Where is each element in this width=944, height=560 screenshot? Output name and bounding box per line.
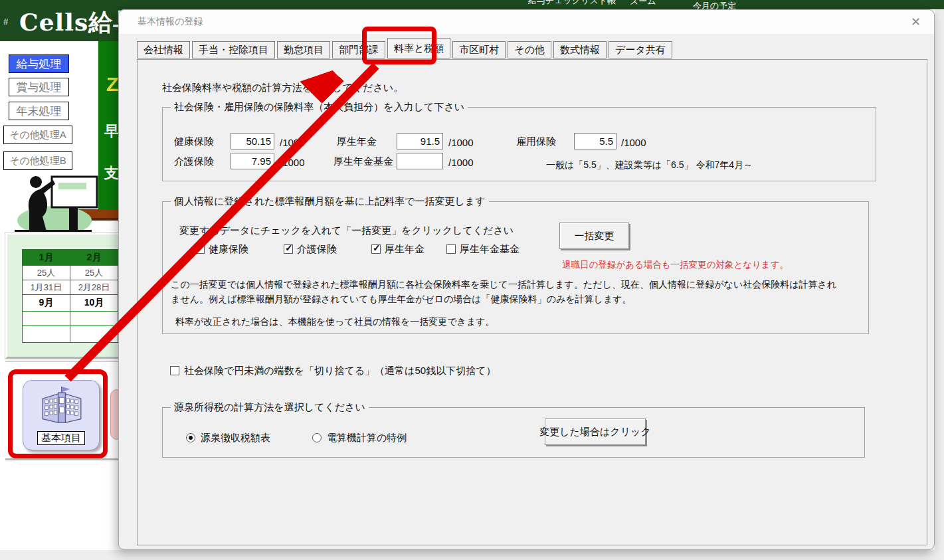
care-insurance-label: 介護保険 (174, 155, 214, 168)
pension-fund-label: 厚生年金基金 (333, 155, 393, 168)
care-insurance-input[interactable]: 7.95 (231, 153, 274, 169)
tab-attendance[interactable]: 勤怠項目 (277, 41, 330, 58)
pension-fund-input[interactable] (397, 153, 443, 169)
bulk-checkbox-pension-label: 厚生年金 (385, 243, 425, 256)
board-glyph-3: 支 (104, 163, 119, 183)
employment-insurance-input[interactable]: 5.5 (574, 133, 616, 149)
sidebar-item-other-a[interactable]: その他処理A (3, 126, 72, 144)
top-menu-item-zoom[interactable]: ズーム (630, 0, 656, 7)
bulk-checkbox-pension[interactable] (371, 244, 381, 254)
bulk-checkbox-care-label: 介護保険 (297, 243, 337, 256)
pension-label: 厚生年金 (337, 136, 377, 148)
schedule-cell: 25人 (23, 266, 70, 280)
tax-group-label: 源泉所得税の計算方法を選択してください (171, 401, 369, 414)
radio-computer-calc[interactable] (312, 433, 322, 442)
top-menu-item-checklist[interactable]: 給与チェックリスト帳 (528, 0, 616, 7)
intro-text: 社会保険料率や税額の計算方法を設定してください。 (162, 82, 403, 94)
basic-items-button[interactable]: 基本項目 (23, 380, 100, 450)
employment-insurance-label: 雇用保険 (516, 136, 556, 148)
health-insurance-unit: /1000 (280, 137, 305, 148)
tab-departments[interactable]: 部門部課 (332, 41, 385, 58)
bulk-checkbox-health-label: 健康保険 (209, 243, 248, 256)
sidebar-item-yearend[interactable]: 年末処理 (9, 102, 69, 120)
bulk-group-label: 個人情報に登録された標準報酬月額を基に上記料率で一括変更します (171, 195, 489, 208)
close-icon[interactable]: ✕ (911, 15, 921, 29)
board-glyph-2: 早 (104, 122, 119, 141)
employment-rate-note: 一般は「5.5」、建設業等は「6.5」 令和7年4月～ (546, 159, 753, 171)
employment-insurance-unit: /1000 (621, 137, 646, 148)
tab-data-share[interactable]: データ共有 (609, 41, 672, 58)
apply-change-button[interactable]: 変更した場合はクリック (545, 419, 646, 445)
bulk-checkbox-pension-fund[interactable] (446, 244, 456, 254)
rates-groupbox: 社会保険・雇用保険の保険料率（本人負担分）を入力して下さい 健康保険 50.15… (162, 107, 876, 181)
care-insurance-unit: /1000 (280, 157, 305, 168)
sidebar-item-other-b[interactable]: その他処理B (3, 151, 72, 170)
dialog-tabstrip: 会社情報 手当・控除項目 勤怠項目 部門部課 料率と税額 市区町村 その他 数式… (137, 41, 674, 58)
schedule-table: 1月 2月 25人 25人 1月31日 2月28日 9月 10月 (22, 249, 118, 343)
bulk-desc-line1: この一括変更では個人情報で登録された標準報酬月額に各社会保険料率を乗じて一括計算… (171, 279, 836, 291)
tab-municipality[interactable]: 市区町村 (452, 41, 506, 58)
presenter-clipart (11, 171, 98, 236)
schedule-cell (70, 312, 118, 326)
schedule-panel: 1月 2月 25人 25人 1月31日 2月28日 9月 10月 (5, 233, 125, 359)
dialog-titlebar: 基本情報の登録 ✕ (119, 10, 934, 34)
top-menu-item-monthly-plan[interactable]: 今月の予定 (693, 0, 736, 9)
schedule-cell (23, 326, 70, 343)
schedule-cell: 2月28日 (70, 280, 118, 295)
tab-formula-info[interactable]: 数式情報 (553, 41, 607, 58)
basic-info-dialog: 基本情報の登録 ✕ 会社情報 手当・控除項目 勤怠項目 部門部課 料率と税額 市… (118, 9, 935, 550)
schedule-cell: 25人 (70, 266, 118, 280)
sidebar-item-bonus[interactable]: 賞与処理 (9, 78, 69, 96)
tab-other[interactable]: その他 (508, 41, 551, 58)
pension-fund-unit: /1000 (448, 157, 474, 168)
radio-withholding-table[interactable] (186, 433, 195, 442)
hash-mark: # (3, 17, 8, 27)
health-insurance-label: 健康保険 (174, 136, 214, 148)
screen: { "app": { "hash": "#", "title": "Cells給… (0, 0, 944, 560)
schedule-header-cell: 2月 (70, 250, 118, 266)
pension-unit: /1000 (448, 137, 474, 148)
tax-groupbox: 源泉所得税の計算方法を選択してください 源泉徴収税額表 電算機計算の特例 変更し… (162, 407, 865, 458)
tab-rates-and-tax[interactable]: 料率と税額 (387, 38, 450, 58)
bulk-change-button[interactable]: 一括変更 (559, 223, 629, 249)
right-strip (935, 9, 944, 550)
pension-input[interactable]: 91.5 (397, 133, 443, 149)
bulk-instruction: 変更するデータにチェックを入れて「一括変更」をクリックしてください (179, 225, 514, 237)
building-icon (38, 384, 86, 426)
radio-computer-calc-label: 電算機計算の特例 (327, 432, 407, 444)
bulk-checkbox-care[interactable] (284, 244, 293, 254)
bottom-strip (0, 550, 944, 560)
rounding-checkbox[interactable] (170, 366, 179, 375)
schedule-cell (70, 326, 118, 343)
rounding-checkbox-label: 社会保険で円未満の端数を「切り捨てる」（通常は50銭以下切捨て） (184, 365, 496, 377)
basic-items-button-label: 基本項目 (37, 431, 85, 445)
bulk-desc-footer: 料率が改正された場合は、本機能を使って社員の情報を一括変更できます。 (175, 316, 495, 328)
rates-group-label: 社会保険・雇用保険の保険料率（本人負担分）を入力して下さい (171, 101, 468, 114)
tab-company-info[interactable]: 会社情報 (137, 41, 190, 58)
bulk-change-groupbox: 個人情報に登録された標準報酬月額を基に上記料率で一括変更します 変更するデータに… (162, 201, 869, 334)
tab-allowance-deduction[interactable]: 手当・控除項目 (192, 41, 275, 58)
schedule-cell: 1月31日 (23, 280, 70, 295)
bulk-checkbox-pension-fund-label: 厚生年金基金 (460, 243, 519, 256)
board-glyph-1: Z (106, 73, 118, 96)
schedule-header-cell: 1月 (23, 250, 70, 266)
dialog-title: 基本情報の登録 (138, 16, 203, 28)
bulk-checkbox-health[interactable] (195, 244, 205, 254)
schedule-cell (23, 312, 70, 326)
schedule-cell: 9月 (23, 295, 70, 312)
health-insurance-input[interactable]: 50.15 (231, 133, 274, 149)
sidebar-item-salary[interactable]: 給与処理 (9, 54, 69, 73)
bulk-change-warning: 退職日の登録がある場合も一括変更の対象となります。 (562, 259, 789, 271)
bulk-desc-line2: ません。例えば標準報酬月額が登録されていても厚生年金がゼロの場合は「健康保険料」… (171, 294, 632, 306)
schedule-cell: 10月 (70, 295, 118, 312)
radio-withholding-table-label: 源泉徴収税額表 (201, 432, 270, 444)
launcher-panel: 基本項目 (5, 361, 125, 460)
